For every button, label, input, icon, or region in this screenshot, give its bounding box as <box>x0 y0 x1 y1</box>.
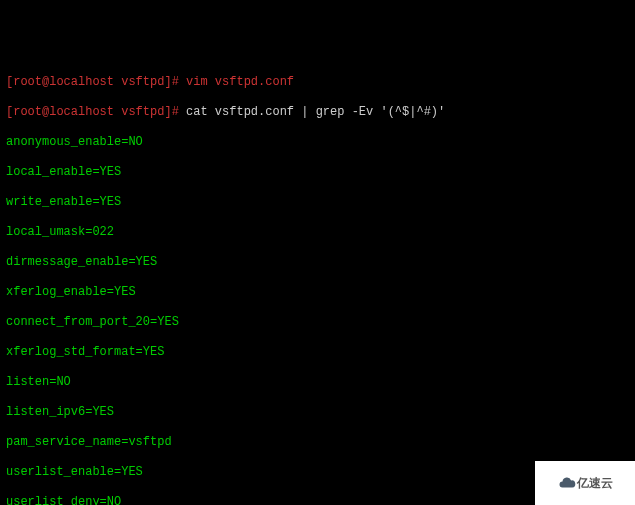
shell-prompt: [root@localhost vsftpd]# <box>6 105 186 119</box>
terminal-line: write_enable=YES <box>6 195 629 210</box>
terminal-line: [root@localhost vsftpd]# cat vsftpd.conf… <box>6 105 629 120</box>
terminal-line: xferlog_std_format=YES <box>6 345 629 360</box>
watermark: 亿速云 <box>535 461 635 505</box>
terminal-line: connect_from_port_20=YES <box>6 315 629 330</box>
cloud-icon <box>558 474 576 492</box>
terminal-line: listen=NO <box>6 375 629 390</box>
command-text: cat vsftpd.conf | grep -Ev '(^$|^#)' <box>186 105 445 119</box>
terminal-line: local_umask=022 <box>6 225 629 240</box>
svg-point-0 <box>562 482 565 485</box>
terminal-line: dirmessage_enable=YES <box>6 255 629 270</box>
terminal-line: [root@localhost vsftpd]# vim vsftpd.conf <box>6 75 629 90</box>
terminal-line: pam_service_name=vsftpd <box>6 435 629 450</box>
terminal-line: anonymous_enable=NO <box>6 135 629 150</box>
terminal-output: [root@localhost vsftpd]# vim vsftpd.conf… <box>6 60 629 505</box>
terminal-line: local_enable=YES <box>6 165 629 180</box>
shell-prompt: [root@localhost vsftpd]# vim vsftpd.conf <box>6 75 294 89</box>
watermark-text: 亿速云 <box>577 476 613 491</box>
terminal-line: listen_ipv6=YES <box>6 405 629 420</box>
terminal-line: xferlog_enable=YES <box>6 285 629 300</box>
